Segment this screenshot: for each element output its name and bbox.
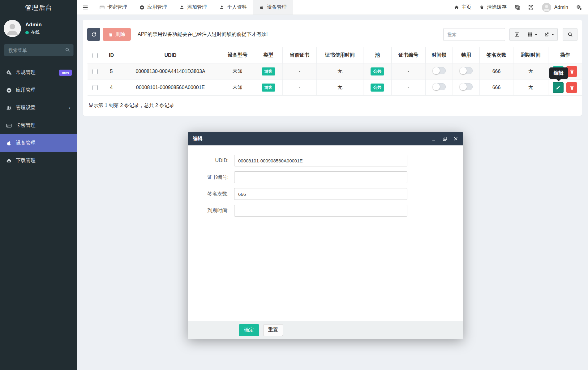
sidebar-item-devices[interactable]: 设备管理 [0,134,77,152]
cell-sign-count: 666 [480,63,513,80]
cell-expire: 无 [513,80,548,96]
delete-row-button[interactable] [566,82,577,93]
tab-device-management[interactable]: 设备管理 [253,0,293,15]
row-checkbox[interactable] [92,85,98,90]
tab-card-management[interactable]: 卡密管理 [93,0,133,15]
sidebar-item-cards[interactable]: 卡密管理 [0,117,77,134]
top-navbar: 卡密管理 应用管理 添加管理 个人资料 [77,0,588,15]
user-icon [219,5,224,10]
sidebar-menu: 常规管理 new 应用管理 管理设置 ‹ 卡密管理 [0,61,77,170]
list-view-icon [514,32,520,37]
cell-sign-count: 666 [480,80,513,96]
maximize-icon[interactable] [443,136,447,141]
cell-model: 未知 [221,63,254,80]
tab-app-management[interactable]: 应用管理 [133,0,173,15]
app-title: 管理后台 [0,0,77,15]
modal-title: 编辑 [193,136,203,142]
nav-user[interactable]: Admin [542,3,568,12]
col-current-cert: 当前证书 [283,47,317,63]
col-id: ID [103,47,120,63]
delete-button[interactable]: 删除 [103,28,131,41]
sidebar: 管理后台 Admin 在线 [0,0,77,370]
modal-header[interactable]: 编辑 [188,132,463,145]
sign-count-field[interactable] [234,188,407,200]
export-dropdown-button[interactable] [541,28,558,41]
cert-no-field[interactable] [234,171,407,183]
refresh-button[interactable] [87,28,100,41]
time-lock-toggle[interactable] [433,67,446,74]
fullscreen-icon[interactable] [528,5,534,10]
cert-no-label: 证书编号: [188,174,234,181]
table-search-input[interactable] [443,28,505,41]
clear-cache-label: 清除缓存 [487,4,507,11]
home-link[interactable]: 主页 [454,4,471,11]
gears-icon [6,70,12,75]
trash-icon [479,5,484,10]
tab-profile[interactable]: 个人资料 [213,0,253,15]
time-lock-toggle[interactable] [433,83,446,90]
col-actions: 操作 [548,47,582,63]
search-button[interactable] [563,28,577,41]
tab-add-management[interactable]: 添加管理 [173,0,213,15]
sidebar-item-downloads[interactable]: 下载管理 [0,152,77,170]
toolbar-right [443,28,577,41]
tab-label: 卡密管理 [107,4,127,11]
cell-cert-time: 无 [317,63,363,80]
search-icon [65,47,70,52]
avatar [4,20,21,37]
card-icon [100,5,105,10]
modal-body: UDID: 证书编号: 签名次数: 到期时间: [188,145,463,321]
col-model: 设备型号 [221,47,254,63]
row-checkbox[interactable] [92,69,98,74]
chevron-left-icon: ‹ [69,105,71,111]
col-udid: UDID [120,47,221,63]
col-sign-count: 签名次数 [480,47,513,63]
record-summary: 显示第 1 到第 2 条记录，总共 2 条记录 [87,102,577,109]
disable-toggle[interactable] [460,83,473,90]
cell-id: 4 [103,80,120,96]
avatar [542,3,551,12]
hamburger-menu-icon[interactable] [77,0,93,15]
apple-icon [259,5,264,10]
disable-toggle[interactable] [460,67,473,74]
user-icon [179,5,184,10]
delete-row-button[interactable] [566,66,577,77]
edit-modal: 编辑 UDID: 证书编号: [188,132,463,339]
cell-expire: 无 [513,63,548,80]
table-view-buttons [509,28,558,41]
col-time-lock: 时间锁 [426,47,453,63]
cell-cert-no: - [392,80,426,96]
detail-view-button[interactable] [509,28,524,41]
type-badge: 游客 [262,67,275,75]
col-pool: 池 [363,47,392,63]
language-icon[interactable] [515,5,520,10]
table-row: 4 00008101-000908560A00001E 未知 游客 - 无 公共… [88,80,582,96]
sidebar-item-admin-settings[interactable]: 管理设置 ‹ [0,99,77,117]
confirm-button[interactable]: 确定 [239,324,259,336]
card-icon [6,123,12,128]
expire-time-field[interactable] [234,205,407,217]
sidebar-search-input[interactable] [4,44,74,56]
columns-dropdown-button[interactable] [524,28,541,41]
tab-label: 添加管理 [187,4,207,11]
table-row: 5 00008130-000A441401D3803A 未知 游客 - 无 公共… [88,63,582,80]
edit-button[interactable] [553,82,564,93]
settings-gears-icon[interactable] [576,5,582,10]
home-label: 主页 [461,4,471,11]
select-all-checkbox[interactable] [92,53,98,58]
cell-current-cert: - [283,63,317,80]
tab-label: 应用管理 [147,4,167,11]
sidebar-item-general[interactable]: 常规管理 new [0,64,77,81]
udid-field[interactable] [234,155,407,166]
user-name: Admin [25,22,42,28]
caret-down-icon [534,34,538,35]
sidebar-item-label: 管理设置 [16,105,36,111]
close-icon[interactable] [453,136,458,141]
minimize-icon[interactable] [432,136,436,141]
expire-time-label: 到期时间: [188,208,234,214]
col-type: 类型 [254,47,283,63]
sidebar-item-apps[interactable]: 应用管理 [0,81,77,99]
clear-cache-link[interactable]: 清除缓存 [479,4,507,11]
pool-badge: 公共 [371,67,384,75]
reset-button[interactable]: 重置 [263,324,283,336]
